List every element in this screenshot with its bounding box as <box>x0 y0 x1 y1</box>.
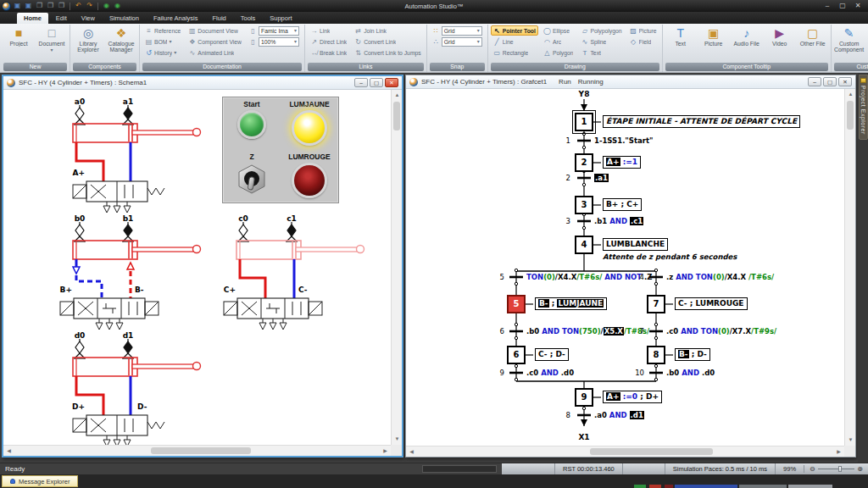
status-zoom-percent[interactable]: 99% <box>775 463 804 474</box>
ribbon-item-arc[interactable]: ◠Arc <box>541 36 576 47</box>
step-5-active[interactable]: 5 <box>507 295 526 313</box>
limit-switch-d1[interactable]: d1 <box>122 331 134 358</box>
scroll-left-arrow[interactable]: ◀ <box>3 446 14 457</box>
scroll-right-arrow[interactable]: ▶ <box>833 446 844 458</box>
ribbon-item-line[interactable]: ╱Line <box>491 36 538 47</box>
close-button[interactable]: ✕ <box>385 78 398 87</box>
horizontal-scrollbar[interactable]: ◀ ▶ <box>3 445 391 456</box>
ribbon-item-spline[interactable]: ∿Spline <box>578 36 624 47</box>
app-logo-icon[interactable] <box>2 2 11 11</box>
ribbon-item-join-link[interactable]: ⇄Join Link <box>352 25 424 36</box>
record-icon[interactable]: ◉ <box>113 1 122 11</box>
valve-c[interactable] <box>224 298 322 330</box>
redo-icon[interactable]: ↷ <box>85 1 94 11</box>
scroll-up-arrow[interactable]: ▲ <box>845 89 856 100</box>
dropdown-famic-ima[interactable]: Famic Ima▾ <box>259 26 299 36</box>
close-button[interactable]: ✕ <box>838 77 852 86</box>
ribbon-item-grid[interactable]: ∷Grid▾ <box>430 25 485 36</box>
scroll-left-arrow[interactable]: ◀ <box>406 446 417 458</box>
step-6[interactable]: 6 <box>507 346 526 364</box>
scrollbar-thumb[interactable] <box>590 448 713 455</box>
minimize-button[interactable]: – <box>808 77 821 86</box>
tab-home[interactable]: Home <box>17 13 48 24</box>
dropdown-grid[interactable]: Grid▾ <box>442 37 482 47</box>
restore-button[interactable]: ▢ <box>370 78 383 87</box>
scrollbar-thumb[interactable] <box>393 102 400 130</box>
transition-9-condition[interactable]: .c0 AND .d0 <box>526 369 574 377</box>
start-pushbutton[interactable] <box>237 110 266 139</box>
doc-icon[interactable]: ❐ <box>35 1 44 11</box>
limit-switch-a0[interactable]: a0 <box>74 97 86 125</box>
transition-10-condition[interactable]: .b0 AND .d0 <box>666 369 715 377</box>
ribbon-item-bom[interactable]: ▤BOM▾ <box>142 36 183 47</box>
limit-switch-a1[interactable]: a1 <box>122 97 134 125</box>
scroll-right-arrow[interactable]: ▶ <box>380 446 391 457</box>
zoom-out-icon[interactable]: ⊖ <box>810 465 815 473</box>
ribbon-item-document-view[interactable]: ▥Document View <box>186 25 244 36</box>
ribbon-item-video[interactable]: ▶Video <box>765 25 795 47</box>
zoom-slider-track[interactable] <box>818 469 855 469</box>
ribbon-item-document[interactable]: □Document▾ <box>36 25 67 53</box>
ribbon-item-rectangle[interactable]: ▭Rectangle <box>491 47 538 58</box>
minimize-button[interactable]: – <box>822 1 832 11</box>
ribbon-item-polypolygon[interactable]: ▱Polypolygon <box>578 25 624 36</box>
transition-1-condition[interactable]: 1-1SS1."Start" <box>594 136 653 145</box>
zoom-slider[interactable]: ⊖ ⊕ <box>804 465 868 473</box>
doc-icon[interactable]: ❐ <box>57 1 66 11</box>
ribbon-item-animated-link[interactable]: ∿Animated Link <box>186 47 244 58</box>
step-7[interactable]: 7 <box>647 295 665 313</box>
ribbon-item-custom-component[interactable]: ✎Custom Component <box>834 25 865 53</box>
limit-switch-d0[interactable]: d0 <box>74 331 86 358</box>
vertical-scrollbar[interactable]: ▲ ▼ <box>844 89 855 446</box>
ribbon-item-grid[interactable]: ∴Grid▾ <box>430 36 485 47</box>
vertical-scrollbar[interactable]: ▲ ▼ <box>391 90 402 445</box>
transition-4-condition[interactable]: .z AND TON(0)/X4.X /T#6s/ <box>666 273 774 281</box>
tab-failure-analysis[interactable]: Failure Analysis <box>147 13 205 24</box>
limit-switch-c1[interactable]: c1 <box>286 214 298 241</box>
zoom-window-icon[interactable]: ▣ <box>13 1 22 11</box>
transition-7-condition[interactable]: .c0 AND TON(0)/X7.X/T#9s/ <box>666 327 776 336</box>
tab-simulation[interactable]: Simulation <box>103 13 146 24</box>
step-9[interactable]: 9 <box>575 388 593 407</box>
minimize-button[interactable]: – <box>354 78 368 87</box>
scroll-down-arrow[interactable]: ▼ <box>392 434 403 445</box>
ribbon-item-picture[interactable]: ▣Picture <box>698 25 729 47</box>
restore-button[interactable]: ▢ <box>823 77 837 86</box>
ribbon-item-history[interactable]: ↺History▾ <box>142 47 183 58</box>
limit-switch-b1[interactable]: b1 <box>122 214 134 241</box>
grafcet-canvas[interactable]: Y8 1 ÉTAPE INITIALE - ATTENTE DE DÉPART … <box>406 89 844 446</box>
schema-canvas[interactable]: a0a1A+b0b1B+B-c0c1C+C-d0d1D+D- Start LUM… <box>3 90 391 445</box>
zoom-slider-thumb[interactable] <box>838 466 842 472</box>
ribbon-item-100[interactable]: ▯100%▾ <box>247 36 302 47</box>
tab-view[interactable]: View <box>75 13 102 24</box>
toggle-switch[interactable] <box>235 163 269 197</box>
ribbon-item-famic-ima[interactable]: ▯Famic Ima▾ <box>247 25 302 36</box>
message-explorer-tab[interactable]: Message Explorer <box>2 475 78 487</box>
ribbon-item-ellipse[interactable]: ◯Ellipse <box>541 25 576 36</box>
dropdown-grid[interactable]: Grid▾ <box>442 26 482 36</box>
step-8[interactable]: 8 <box>647 346 665 364</box>
maximize-button[interactable]: ▢ <box>837 1 848 11</box>
zoom-in-icon[interactable]: ⊕ <box>857 465 863 473</box>
tab-edit[interactable]: Edit <box>49 13 74 24</box>
tab-support[interactable]: Support <box>263 13 298 24</box>
play-icon[interactable]: ◉ <box>102 1 111 11</box>
limit-switch-c0[interactable]: c0 <box>237 214 249 241</box>
ribbon-item-field[interactable]: ◇Field <box>627 36 659 47</box>
schema-window-titlebar[interactable]: SFC - HY (4 Cylinder + Timers) : Schema1… <box>3 76 402 90</box>
status-simulation-paces[interactable]: Simulation Paces: 0.5 ms / 10 ms <box>665 463 775 474</box>
ribbon-item-text[interactable]: TText <box>665 25 696 47</box>
valve-a[interactable] <box>73 181 164 213</box>
transition-8-condition[interactable]: .a0 AND .d1 <box>594 411 644 419</box>
scrollbar-thumb[interactable] <box>847 101 854 130</box>
ribbon-item-picture[interactable]: ▨Picture <box>627 25 659 36</box>
ribbon-item-pointer-tool[interactable]: ↖Pointer Tool <box>491 25 538 36</box>
dropdown-100[interactable]: 100%▾ <box>259 37 299 47</box>
ribbon-item-polygon[interactable]: △Polygon <box>541 47 576 58</box>
ribbon-item-break-link[interactable]: ↮Break Link <box>308 47 349 58</box>
scroll-down-arrow[interactable]: ▼ <box>845 435 856 446</box>
scrollbar-thumb[interactable] <box>151 447 252 454</box>
ribbon-item-link[interactable]: →Link <box>308 25 349 36</box>
horizontal-scrollbar[interactable]: ◀ ▶ <box>406 446 844 457</box>
doc-icon[interactable]: ❐ <box>46 1 55 11</box>
